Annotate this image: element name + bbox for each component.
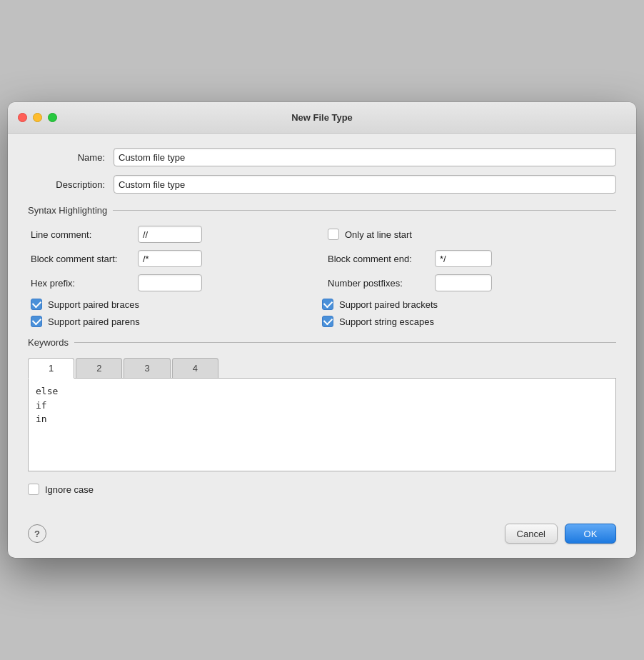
- keywords-section-divider: Keywords: [28, 337, 616, 348]
- close-button[interactable]: [18, 113, 27, 122]
- hex-number-row: Hex prefix: Number postfixes:: [31, 274, 613, 291]
- number-postfixes-group: Number postfixes:: [328, 274, 613, 291]
- maximize-button[interactable]: [48, 113, 57, 122]
- block-comment-end-group: Block comment end:: [328, 250, 613, 267]
- support-paired-braces-checkbox[interactable]: [31, 299, 42, 310]
- description-input[interactable]: [114, 175, 616, 194]
- string-escapes-col: Support string escapes: [322, 316, 613, 327]
- only-at-line-start-group: Only at line start: [328, 229, 613, 240]
- dialog-title: New File Type: [291, 112, 353, 123]
- help-button[interactable]: ?: [28, 524, 46, 543]
- block-comment-start-label: Block comment start:: [31, 254, 138, 264]
- block-comment-start-input[interactable]: [138, 250, 202, 267]
- number-postfixes-input[interactable]: [435, 274, 492, 291]
- paired-brackets-col: Support paired brackets: [322, 299, 613, 310]
- syntax-grid: Line comment: Only at line start Block c…: [28, 226, 616, 327]
- tab-2[interactable]: 2: [76, 358, 122, 378]
- paired-parens-col: Support paired parens: [31, 316, 322, 327]
- cancel-button[interactable]: Cancel: [505, 524, 558, 544]
- description-row: Description:: [28, 175, 616, 194]
- block-comment-end-input[interactable]: [435, 250, 492, 267]
- ignore-case-row: Ignore case: [28, 484, 616, 495]
- support-paired-parens-checkbox[interactable]: [31, 316, 42, 327]
- tab-1[interactable]: 1: [28, 358, 74, 379]
- traffic-lights: [18, 113, 57, 122]
- line-comment-label: Line comment:: [31, 229, 138, 240]
- checkboxes-row-2: Support paired parens Support string esc…: [31, 316, 613, 327]
- tab-4[interactable]: 4: [172, 358, 218, 378]
- tab-3[interactable]: 3: [124, 358, 170, 378]
- syntax-section-divider: Syntax Highlighting: [28, 205, 616, 216]
- support-paired-brackets-label: Support paired brackets: [339, 299, 438, 310]
- line-comment-group: Line comment:: [31, 226, 316, 243]
- tabs-container: 1 2 3 4: [28, 358, 616, 379]
- keywords-section-label: Keywords: [28, 337, 69, 348]
- support-paired-braces-label: Support paired braces: [48, 299, 139, 310]
- hex-prefix-group: Hex prefix:: [31, 274, 316, 291]
- dialog: New File Type Name: Description: Syntax …: [8, 102, 636, 558]
- number-postfixes-label: Number postfixes:: [328, 278, 435, 289]
- name-input[interactable]: [114, 148, 616, 166]
- block-comment-start-group: Block comment start:: [31, 250, 316, 267]
- ignore-case-label: Ignore case: [45, 484, 94, 495]
- title-bar: New File Type: [8, 102, 636, 134]
- paired-braces-col: Support paired braces: [31, 299, 322, 310]
- footer-buttons: Cancel OK: [505, 524, 616, 544]
- dialog-content: Name: Description: Syntax Highlighting L…: [8, 134, 636, 512]
- block-comment-row: Block comment start: Block comment end:: [31, 250, 613, 267]
- syntax-section-label: Syntax Highlighting: [28, 205, 107, 216]
- support-string-escapes-label: Support string escapes: [339, 316, 434, 327]
- keywords-textarea[interactable]: else if in: [28, 379, 616, 471]
- footer: ? Cancel OK: [8, 512, 636, 558]
- keywords-section-line: [74, 342, 616, 343]
- name-label: Name:: [28, 152, 114, 163]
- hex-prefix-input[interactable]: [138, 274, 202, 291]
- block-comment-end-label: Block comment end:: [328, 254, 435, 264]
- support-paired-brackets-checkbox[interactable]: [322, 299, 333, 310]
- line-comment-row: Line comment: Only at line start: [31, 226, 613, 243]
- minimize-button[interactable]: [33, 113, 42, 122]
- ok-button[interactable]: OK: [565, 524, 616, 544]
- line-comment-input[interactable]: [138, 226, 202, 243]
- support-string-escapes-checkbox[interactable]: [322, 316, 333, 327]
- description-label: Description:: [28, 179, 114, 190]
- only-at-line-start-checkbox[interactable]: [328, 229, 339, 240]
- hex-prefix-label: Hex prefix:: [31, 278, 138, 289]
- support-paired-parens-label: Support paired parens: [48, 316, 140, 327]
- syntax-section-line: [113, 210, 616, 211]
- only-at-line-start-label: Only at line start: [345, 229, 412, 240]
- checkboxes-row-1: Support paired braces Support paired bra…: [31, 299, 613, 310]
- ignore-case-checkbox[interactable]: [28, 484, 39, 495]
- name-row: Name:: [28, 148, 616, 166]
